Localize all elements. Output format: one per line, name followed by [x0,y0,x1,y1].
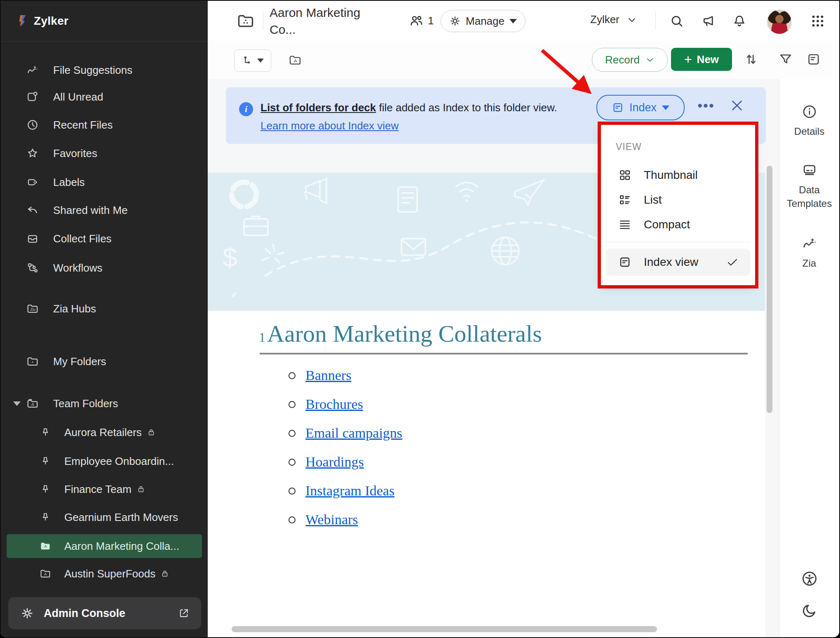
bell-icon[interactable] [732,14,747,28]
lock-icon [136,485,145,494]
manage-button[interactable]: Manage [441,10,526,32]
sidebar-item-label: File Suggestions [53,64,132,77]
index-doc-icon [612,101,624,114]
close-icon[interactable] [730,98,744,113]
sidebar-item-label: Aurora Retailers [64,426,142,439]
panel-item-label: Data Templates [785,183,834,210]
banner-message-text: file added as Index to this folder view. [376,101,557,114]
menu-item-compact[interactable]: Compact [601,212,755,237]
toolbar: Record + New [208,41,839,79]
record-label: Record [605,54,640,66]
apps-grid-icon[interactable] [810,14,825,28]
panel-view-icon[interactable] [806,52,821,67]
banner-file-name[interactable]: List of folders for deck [260,101,376,114]
more-options-icon[interactable]: ••• [696,93,716,118]
panel-item-zia[interactable]: Zia [779,236,839,270]
org-switcher[interactable]: Zylker [590,13,637,26]
tree-select-icon [242,55,253,66]
accessibility-button[interactable] [779,570,839,587]
sidebar-item-collect-files[interactable]: Collect Files [1,227,208,251]
index-doc-icon [618,256,631,269]
lock-icon [147,428,156,437]
folder-filled-icon [40,540,51,552]
list-item: Webinars [289,505,402,534]
chevron-down-icon [627,15,637,25]
menu-item-index-view-selected[interactable]: Index view [606,249,750,276]
search-icon[interactable] [669,14,684,28]
sidebar-item-gearnium-earth-movers[interactable]: Gearnium Earth Movers [1,505,208,529]
panel-item-data-templates[interactable]: Data Templates [779,162,839,210]
sidebar-item-label: Recent Files [53,119,113,131]
panel-item-label: Zia [785,256,834,270]
new-button[interactable]: + New [671,48,732,71]
shared-arrow-icon [26,204,39,216]
sidebar-item-austin-superfoods[interactable]: Austin SuperFoods [1,562,208,586]
index-button-label: Index [629,101,657,114]
avatar[interactable] [767,9,792,35]
index-view-dropdown-button[interactable]: Index [596,95,685,120]
sidebar-item-aurora-retailers[interactable]: Aurora Retailers [1,420,208,444]
list-item: Instagram Ideas [289,476,402,505]
sidebar-item-label: Zia Hubs [53,303,96,315]
sidebar-item-label: Workflows [53,262,102,274]
vertical-scrollbar[interactable] [767,166,772,413]
doc-link-instagram-ideas[interactable]: Instagram Ideas [305,483,394,499]
record-button[interactable]: Record [592,48,668,72]
menu-item-thumbnail[interactable]: Thumbnail [601,163,755,188]
doc-link-email-campaigns[interactable]: Email campaigns [305,425,402,441]
menu-item-list[interactable]: List [601,188,755,212]
learn-more-link[interactable]: Learn more about Index view [260,120,399,132]
panel-item-details[interactable]: Details [779,104,839,138]
sidebar-item-workflows[interactable]: Workflows [1,256,208,280]
sidebar-item-finance-team[interactable]: Finance Team [1,477,208,501]
horizontal-scrollbar[interactable] [232,626,657,632]
sidebar-item-label: Team Folders [53,397,118,410]
doc-link-brochures[interactable]: Brochures [305,396,363,412]
admin-console-button[interactable]: Admin Console [8,597,201,629]
unread-icon [26,91,39,103]
sidebar-item-all-unread[interactable]: All Unread [1,85,208,109]
view-dropdown-menu: VIEW Thumbnail List Compact Index view [601,125,755,285]
list-item: Email campaigns [289,419,402,448]
document-title-text: Aaron Marketing Collaterals [267,320,542,347]
gear-icon [449,15,461,27]
sidebar-item-file-suggestions[interactable]: File Suggestions [1,58,208,82]
menu-item-label: Index view [644,256,698,269]
doc-link-banners[interactable]: Banners [305,368,351,383]
zia-sparkle-icon [26,64,39,76]
folder-tree-icon[interactable] [237,12,255,30]
filter-icon[interactable] [778,52,793,67]
sidebar-item-favorites[interactable]: Favorites [1,141,208,165]
expander-caret-icon[interactable] [13,401,21,406]
chevron-down-icon [509,19,517,23]
new-folder-icon[interactable] [289,54,302,67]
thumbnail-icon [618,169,631,182]
org-label: Zylker [590,13,619,26]
sidebar-item-my-folders[interactable]: My Folders [1,349,208,373]
sidebar-item-shared-with-me[interactable]: Shared with Me [1,198,208,222]
zia-sparkle-icon [802,236,817,251]
tree-view-select-button[interactable] [234,49,271,72]
pin-icon [40,427,51,438]
gear-icon [21,607,34,620]
sidebar-item-zia-hubs[interactable]: Zia Zia Hubs [1,297,208,321]
sidebar-item-label: Labels [53,176,85,189]
sort-icon[interactable] [744,52,758,67]
members-count-button[interactable]: 1 [409,13,434,28]
title-divider [260,353,748,354]
chevron-down-icon [645,55,655,64]
top-header: Aaron Marketing Co... 1 Manage Zylker [208,1,839,42]
collect-tray-icon [26,232,39,245]
sidebar-item-aaron-marketing-selected[interactable]: Aaron Marketing Colla... [7,534,202,558]
sidebar-item-recent-files[interactable]: Recent Files [1,113,208,137]
sidebar-item-labels[interactable]: Labels [1,170,208,194]
sidebar-item-employee-onboarding[interactable]: Employee Onboardin... [1,449,208,473]
sidebar-item-label: Shared with Me [53,204,128,217]
doc-link-webinars[interactable]: Webinars [305,512,358,528]
page-title: Aaron Marketing Co... [270,4,373,38]
dark-mode-button[interactable] [779,603,839,619]
right-panel: Details Data Templates Zia [779,79,839,637]
megaphone-icon[interactable] [702,14,716,28]
doc-link-hoardings[interactable]: Hoardings [305,454,364,470]
sidebar-item-team-folders[interactable]: Team Folders [1,392,208,415]
